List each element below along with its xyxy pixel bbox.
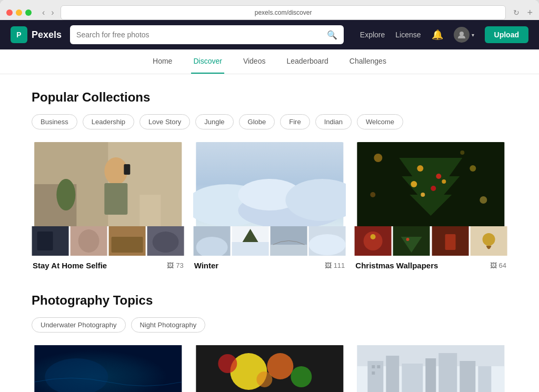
search-input[interactable]: [76, 31, 323, 39]
search-icon: 🔍: [327, 30, 337, 40]
svg-rect-25: [232, 242, 268, 256]
back-button[interactable]: ‹: [40, 8, 47, 17]
popular-collections-title: Popular Collections: [32, 90, 507, 105]
svg-point-46: [406, 238, 410, 241]
svg-rect-61: [368, 361, 384, 392]
collection-card-winter[interactable]: Winter 🖼 111: [193, 142, 346, 272]
nav-challenges[interactable]: Challenges: [347, 49, 388, 74]
nav-videos[interactable]: Videos: [241, 49, 268, 74]
topics-tags: Underwater Photography Night Photography: [32, 317, 507, 333]
tag-welcome[interactable]: Welcome: [357, 114, 403, 129]
logo[interactable]: P Pexels: [11, 26, 62, 43]
notification-icon[interactable]: 🔔: [432, 29, 443, 41]
bottom-photos-row: [32, 345, 507, 392]
license-link[interactable]: License: [395, 31, 421, 39]
card-thumbs-selfie: [32, 226, 185, 256]
card-footer-selfie: Stay At Home Selfie 🖼 73: [32, 256, 185, 272]
tag-globe[interactable]: Globe: [239, 114, 275, 129]
tag-jungle[interactable]: Jungle: [195, 114, 233, 129]
svg-rect-5: [124, 164, 130, 175]
user-section[interactable]: ▾: [454, 27, 474, 43]
nav-links: Explore License 🔔 ▾ Upload: [360, 26, 528, 43]
svg-rect-62: [386, 356, 400, 392]
new-tab-icon[interactable]: +: [527, 7, 533, 18]
explore-link[interactable]: Explore: [360, 31, 385, 39]
svg-rect-4: [104, 183, 127, 215]
tag-business[interactable]: Business: [32, 114, 77, 129]
images-icon: 🖼: [167, 262, 174, 269]
search-bar[interactable]: 🔍: [70, 25, 344, 44]
card-count-xmas: 🖼 64: [490, 262, 506, 269]
card-title-xmas: Christmas Wallpapers: [355, 261, 438, 270]
secondary-nav: Home Discover Videos Leaderboard Challen…: [0, 49, 539, 74]
tag-indian[interactable]: Indian: [315, 114, 352, 129]
svg-rect-67: [478, 366, 492, 392]
images-icon-xmas: 🖼: [490, 262, 497, 269]
nav-discover[interactable]: Discover: [191, 49, 224, 74]
avatar: [454, 27, 470, 43]
photography-topics-title: Photography Topics: [32, 293, 507, 308]
photography-topics: Photography Topics Underwater Photograph…: [32, 293, 507, 333]
svg-point-35: [442, 179, 446, 184]
address-bar[interactable]: pexels.com/discover: [61, 5, 506, 20]
logo-text: Pexels: [32, 29, 62, 41]
svg-point-0: [460, 32, 464, 36]
card-count-winter: 🖼 111: [325, 262, 345, 269]
tag-night-photography[interactable]: Night Photography: [131, 317, 206, 333]
svg-rect-69: [377, 365, 381, 368]
nav-home[interactable]: Home: [151, 49, 174, 74]
svg-rect-70: [372, 371, 375, 375]
svg-rect-66: [460, 361, 476, 392]
svg-point-32: [436, 174, 442, 179]
maximize-button[interactable]: [25, 9, 32, 16]
forward-button[interactable]: ›: [49, 8, 56, 17]
svg-point-38: [470, 165, 476, 172]
bottom-photo-city[interactable]: [354, 345, 507, 392]
svg-rect-14: [112, 237, 143, 253]
svg-point-31: [417, 165, 424, 172]
svg-point-29: [309, 234, 346, 255]
svg-point-44: [371, 234, 376, 239]
browser-chrome: ‹ › pexels.com/discover ↻ +: [0, 0, 539, 20]
card-thumbs-winter: [193, 226, 346, 256]
svg-point-36: [421, 193, 425, 197]
tag-love-story[interactable]: Love Story: [139, 114, 190, 129]
bottom-photo-food[interactable]: [193, 345, 346, 392]
browser-window: ‹ › pexels.com/discover ↻ + P Pexels 🔍 E…: [0, 0, 539, 392]
bottom-photo-underwater[interactable]: [32, 345, 185, 392]
card-thumbs-xmas: [354, 226, 507, 256]
svg-rect-63: [402, 364, 423, 392]
svg-rect-68: [372, 365, 375, 368]
minimize-button[interactable]: [16, 9, 22, 16]
svg-point-39: [371, 192, 376, 197]
tag-leadership[interactable]: Leadership: [83, 114, 134, 129]
tag-fire[interactable]: Fire: [280, 114, 310, 129]
collections-tags: Business Leadership Love Story Jungle Gl…: [32, 114, 507, 129]
collection-card-xmas[interactable]: Christmas Wallpapers 🖼 64: [354, 142, 507, 272]
upload-button[interactable]: Upload: [485, 26, 528, 43]
svg-rect-8: [139, 195, 161, 226]
svg-rect-65: [439, 353, 457, 392]
app-navbar: P Pexels 🔍 Explore License 🔔 ▾ Upload: [0, 20, 539, 49]
close-button[interactable]: [6, 9, 13, 16]
card-title-winter: Winter: [194, 261, 219, 270]
collection-card-selfie[interactable]: Stay At Home Selfie 🖼 73: [32, 142, 185, 272]
svg-point-50: [482, 233, 495, 246]
svg-rect-10: [37, 232, 53, 250]
main-content: Popular Collections Business Leadership …: [0, 74, 539, 392]
svg-point-7: [56, 179, 75, 210]
svg-rect-27: [271, 245, 307, 256]
tag-underwater[interactable]: Underwater Photography: [32, 317, 126, 333]
reload-icon[interactable]: ↻: [513, 8, 520, 17]
browser-titlebar: ‹ › pexels.com/discover ↻ +: [6, 5, 533, 20]
card-count-selfie: 🖼 73: [167, 262, 183, 269]
traffic-lights: [6, 9, 32, 16]
svg-point-16: [153, 232, 179, 253]
card-title-selfie: Stay At Home Selfie: [33, 261, 107, 270]
svg-point-34: [431, 186, 436, 191]
card-footer-winter: Winter 🖼 111: [193, 256, 346, 272]
nav-leaderboard[interactable]: Leaderboard: [284, 49, 330, 74]
svg-point-57: [218, 354, 237, 373]
svg-rect-48: [445, 234, 455, 250]
logo-icon: P: [11, 26, 27, 43]
